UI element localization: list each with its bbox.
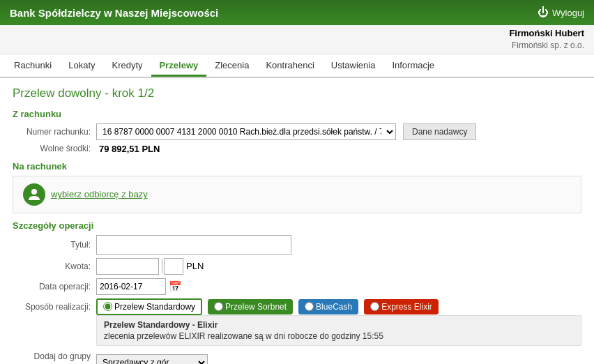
logout-label: Wyloguj — [552, 8, 584, 18]
option-bluecash[interactable]: BlueCash — [298, 299, 358, 314]
na-rachunek-label: Na rachunek — [13, 161, 581, 172]
radio-sorbnet[interactable] — [214, 302, 223, 311]
tytul-row: Tytuł: — [13, 235, 581, 255]
account-select[interactable]: 16 8787 0000 0007 4131 2000 0010 Rach.bi… — [96, 123, 396, 140]
data-label: Data operacji: — [13, 282, 96, 291]
option-sorbnet-label: Przelew Sorbnet — [225, 302, 287, 312]
kwota-input[interactable] — [96, 258, 159, 275]
nav-kontrahenci[interactable]: Kontrahenci — [257, 56, 322, 77]
szczegoły-label: Szczegóły operacji — [13, 220, 581, 231]
nav-kredyty[interactable]: Kredyty — [104, 56, 151, 77]
numer-rachunku-row: Numer rachunku: 16 8787 0000 0007 4131 2… — [13, 123, 581, 140]
nav-zlecenia[interactable]: Zlecenia — [206, 56, 257, 77]
nav-lokaty[interactable]: Lokaty — [60, 56, 103, 77]
kwota-decimal-input[interactable] — [164, 258, 183, 275]
info-title: Przelew Standardowy - Elixir — [104, 320, 574, 330]
kwota-divider — [162, 259, 162, 273]
select-recipient-link[interactable]: wybierz odbiorcę z bazy — [51, 189, 148, 199]
calendar-icon[interactable]: 📅 — [169, 280, 182, 293]
main-content: Przelew dowolny - krok 1/2 Z rachunku Nu… — [0, 78, 594, 364]
radio-options: Przelew Standardowy Przelew Sorbnet Blue… — [96, 298, 439, 315]
sposob-label: Sposób realizacji: — [13, 302, 96, 312]
z-rachunku-section: Z rachunku Numer rachunku: 16 8787 0000 … — [13, 109, 581, 154]
group-select[interactable]: Sprzedawcy z gór Dostawcy Inne — [96, 354, 208, 364]
power-icon: ⏻ — [538, 6, 549, 19]
tytul-input[interactable] — [96, 235, 291, 255]
nav-przelewy[interactable]: Przelewy — [151, 56, 207, 77]
radio-bluecash[interactable] — [305, 302, 314, 311]
user-company: Firmoński sp. z o.o. — [10, 40, 584, 52]
na-rachunek-section: Na rachunek wybierz odbiorcę z bazy — [13, 161, 581, 213]
logout-button[interactable]: ⏻ Wyloguj — [538, 6, 584, 19]
tytul-label: Tytuł: — [13, 240, 96, 250]
nav-ustawienia[interactable]: Ustawienia — [323, 56, 384, 77]
kwota-row: Kwota: PLN — [13, 258, 581, 275]
free-funds-value: 79 892,51 PLN — [99, 144, 160, 154]
page-title: Przelew dowolny - krok 1/2 — [13, 86, 581, 100]
z-rachunku-label: Z rachunku — [13, 109, 581, 119]
kwota-label: Kwota: — [13, 261, 96, 271]
nav-informacje[interactable]: Informacje — [383, 56, 443, 77]
data-input[interactable] — [96, 278, 166, 295]
radio-express[interactable] — [370, 302, 379, 311]
nav-rachunki[interactable]: Rachunki — [6, 56, 60, 77]
option-express-label: Express Elixir — [381, 302, 432, 312]
option-standard[interactable]: Przelew Standardowy — [96, 298, 202, 315]
info-text: zlecenia przelewów ELIXIR realizowane są… — [104, 331, 574, 341]
group-label: Dodaj do grupy przelewów: — [13, 351, 96, 364]
option-express[interactable]: Express Elixir — [364, 299, 439, 314]
option-standard-label: Przelew Standardowy — [114, 302, 195, 312]
numer-label: Numer rachunku: — [13, 127, 96, 137]
header: Bank Spółdzielczy w Naszej Miejscowości … — [0, 0, 594, 25]
svg-point-0 — [31, 189, 37, 195]
dane-nadawcy-button[interactable]: Dane nadawcy — [403, 123, 476, 140]
radio-standard[interactable] — [103, 302, 112, 311]
szczegoły-section: Szczegóły operacji Tytuł: Kwota: PLN Dat… — [13, 220, 581, 364]
data-row: Data operacji: 📅 — [13, 278, 581, 295]
bank-name: Bank Spółdzielczy w Naszej Miejscowości — [10, 7, 218, 19]
na-rachunek-box: wybierz odbiorcę z bazy — [13, 176, 581, 213]
person-icon — [23, 183, 45, 206]
info-box: Przelew Standardowy - Elixir zlecenia pr… — [96, 315, 581, 346]
wolne-srodki-row: Wolne środki: 79 892,51 PLN — [13, 144, 581, 154]
group-row: Dodaj do grupy przelewów: Sprzedawcy z g… — [13, 351, 581, 364]
currency-label: PLN — [186, 261, 204, 271]
navigation: Rachunki Lokaty Kredyty Przelewy Zleceni… — [0, 54, 594, 78]
option-sorbnet[interactable]: Przelew Sorbnet — [208, 299, 293, 314]
option-bluecash-label: BlueCash — [316, 302, 352, 312]
sposob-row: Sposób realizacji: Przelew Standardowy P… — [13, 298, 581, 315]
user-info: Firmoński Hubert Firmoński sp. z o.o. — [0, 25, 594, 54]
wolne-label: Wolne środki: — [13, 144, 96, 153]
user-name: Firmoński Hubert — [10, 27, 584, 40]
